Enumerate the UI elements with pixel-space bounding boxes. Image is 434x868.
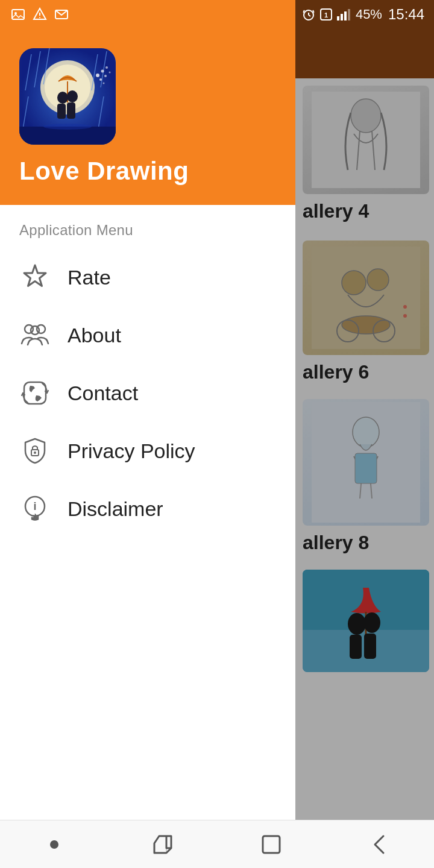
signal-icon — [336, 8, 352, 21]
svg-point-44 — [99, 78, 102, 81]
navigation-drawer: Love Drawing Application Menu Rate About — [0, 0, 295, 868]
privacy-label: Privacy Policy — [68, 439, 195, 463]
image-status-icon — [10, 6, 27, 23]
alert-status-icon — [31, 6, 48, 23]
about-label: About — [68, 324, 121, 347]
svg-point-42 — [101, 70, 104, 73]
svg-rect-67 — [337, 16, 339, 20]
svg-rect-69 — [344, 11, 347, 20]
status-left-icons — [10, 6, 70, 23]
svg-rect-68 — [341, 14, 343, 20]
status-bar: 1 45% 15:44 — [0, 0, 434, 29]
svg-rect-37 — [57, 104, 66, 119]
svg-point-60 — [39, 17, 40, 18]
svg-point-52 — [34, 451, 36, 454]
svg-point-50 — [31, 326, 39, 335]
menu-item-about[interactable]: About — [0, 306, 295, 364]
disclaimer-label: Disclaimer — [68, 497, 163, 521]
svg-rect-56 — [263, 836, 280, 853]
svg-text:i: i — [33, 500, 36, 512]
sim-icon: 1 — [319, 8, 333, 21]
svg-point-41 — [96, 74, 99, 77]
svg-rect-38 — [67, 102, 75, 119]
svg-point-55 — [50, 840, 58, 849]
app-title: Love Drawing — [19, 157, 276, 186]
overview-button[interactable] — [253, 826, 289, 863]
home-dot-button[interactable] — [36, 826, 72, 863]
svg-point-45 — [104, 75, 107, 77]
alarm-icon — [301, 7, 316, 22]
people-icon — [19, 319, 51, 351]
back-button[interactable] — [362, 826, 398, 863]
svg-rect-57 — [12, 10, 24, 19]
contact-label: Contact — [68, 382, 138, 405]
phone-icon — [19, 377, 51, 409]
svg-point-46 — [109, 72, 111, 74]
svg-point-40 — [43, 124, 92, 130]
menu-item-disclaimer[interactable]: i Disclaimer — [0, 480, 295, 538]
bottom-navigation — [0, 820, 434, 868]
star-icon — [19, 262, 51, 293]
svg-point-43 — [105, 66, 108, 69]
email-status-icon — [53, 6, 70, 23]
menu-item-contact[interactable]: Contact — [0, 364, 295, 422]
app-logo — [19, 48, 116, 145]
shield-icon — [19, 435, 51, 467]
rate-label: Rate — [68, 266, 111, 289]
svg-text:1: 1 — [324, 11, 328, 19]
battery-level: 45% — [356, 7, 382, 22]
svg-point-36 — [67, 90, 78, 102]
menu-item-rate[interactable]: Rate — [0, 248, 295, 306]
clock: 15:44 — [388, 6, 424, 23]
menu-section-label: Application Menu — [0, 205, 295, 248]
svg-point-47 — [103, 83, 105, 84]
recent-apps-button[interactable] — [145, 826, 181, 863]
svg-rect-70 — [348, 9, 350, 20]
status-right-icons: 1 45% 15:44 — [301, 6, 424, 23]
info-icon: i — [19, 493, 51, 524]
svg-point-35 — [57, 92, 68, 104]
menu-item-privacy[interactable]: Privacy Policy — [0, 422, 295, 480]
svg-line-64 — [309, 15, 310, 16]
drawer-header: Love Drawing — [0, 0, 295, 205]
